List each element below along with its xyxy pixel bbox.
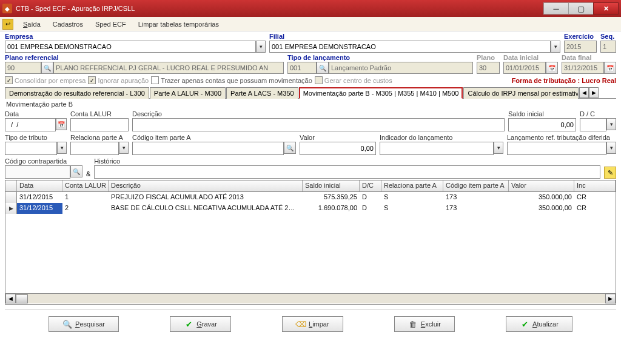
codigo-item-input[interactable] [132,142,284,155]
lanc-ref-dropdown[interactable] [606,142,616,154]
lanc-ref-input[interactable] [507,142,606,155]
codigo-item-search-icon[interactable]: 🔍 [284,142,296,154]
descricao-input[interactable] [132,118,505,131]
seq-input [600,41,616,53]
exercicio-input [564,41,597,53]
dc-input[interactable] [580,118,606,131]
historico-input[interactable] [94,165,600,179]
indicador-label: Indicador do lançamento [380,134,503,141]
refresh-check-icon: ✔ [520,319,529,329]
horizontal-scrollbar[interactable]: ◀ ▶ [5,293,616,303]
plano-ref-search-icon[interactable]: 🔍 [41,62,53,74]
excluir-button[interactable]: 🗑Excluir [394,316,455,332]
minimize-button[interactable]: ─ [543,2,569,15]
relaciona-a-dropdown[interactable] [119,142,129,154]
data-input[interactable] [5,118,56,131]
window-title: CTB - Sped ECF - Apuração IRPJ/CSLL [16,5,544,12]
col-valor[interactable]: Valor [509,180,574,191]
grid-header: Data Conta LALUR Descrição Saldo inicial… [5,180,616,192]
plano-ref-label: Plano referencial [5,54,284,61]
data-label: Data [5,110,67,117]
trash-icon: 🗑 [408,319,418,329]
valor-input[interactable] [300,142,376,155]
scroll-thumb[interactable] [16,294,28,303]
tipo-lanc-code: 001 [287,62,317,74]
titlebar: ◆ CTB - Sped ECF - Apuração IRPJ/CSLL ─ … [0,0,621,17]
saldo-inicial-input[interactable] [508,118,576,131]
col-cod[interactable]: Código item parte A [443,180,509,191]
check-consolidar: ✓Consolidar por empresa [5,76,86,84]
cod-contrapartida-search-icon[interactable]: 🔍 [70,165,82,177]
scroll-right-icon[interactable]: ▶ [605,294,616,303]
tipo-tributo-label: Tipo de tributo [5,134,67,141]
filial-dropdown[interactable] [551,41,560,53]
menu-saida[interactable]: Saída [17,19,47,29]
close-button[interactable]: ✕ [593,2,619,15]
menu-limpar-tabelas[interactable]: Limpar tabelas temporárias [132,19,225,29]
col-saldo[interactable]: Saldo inicial [303,180,360,191]
exercicio-label: Exercício [564,33,597,40]
valor-label: Valor [300,134,376,141]
col-conta[interactable]: Conta LALUR [62,180,109,191]
tab-irpj-mensal[interactable]: Cálculo do IRPJ mensal por estimativas [463,87,579,99]
descricao-label: Descrição [132,110,505,117]
data-inicial-calendar-icon[interactable]: 📅 [546,62,558,74]
ampersand: & [86,170,90,177]
empresa-label: Empresa [5,33,266,40]
limpar-button[interactable]: ⌫Limpar [282,316,343,332]
relaciona-a-label: Relaciona parte A [70,134,129,141]
maximize-button[interactable]: ▢ [568,2,594,15]
col-rel[interactable]: Relaciona parte A [381,180,443,191]
tipo-lanc-search-icon[interactable]: 🔍 [317,62,329,74]
data-final-label: Data final [562,54,616,61]
tab-l300[interactable]: Demonstração do resultado referencial - … [5,87,149,99]
plano-value: 30 [477,62,500,74]
tab-parte-b[interactable]: Movimentação parte B - M305 | M355 | M41… [299,87,463,99]
tab-scroll-right-icon[interactable]: ▶ [589,87,599,98]
exit-icon[interactable]: ↩ [2,19,13,30]
grid-body[interactable]: 31/12/2015 1 PREJUIZO FISCAL ACUMULADO A… [5,192,616,293]
tipo-lanc-desc: Lançamento Padrão [329,62,473,74]
empresa-input[interactable] [5,41,256,53]
empresa-dropdown[interactable] [256,41,266,53]
gravar-button[interactable]: ✔Gravar [170,316,231,332]
col-data[interactable]: Data [17,180,62,191]
tab-m300[interactable]: Parte A LALUR - M300 [150,87,226,99]
dc-dropdown[interactable] [606,118,616,130]
tipo-tributo-input[interactable] [5,142,57,155]
conta-lalur-input[interactable] [70,118,129,131]
indicador-input[interactable] [380,142,494,155]
col-desc[interactable]: Descrição [109,180,303,191]
button-bar: 🔍Pesquisar ✔Gravar ⌫Limpar 🗑Excluir ✔Atu… [5,309,616,338]
menu-cadastros[interactable]: Cadastros [47,19,89,29]
tab-scroll-left-icon[interactable]: ◀ [579,87,589,98]
cod-contrapartida-label: Código contrapartida [5,157,82,165]
edit-historico-icon[interactable]: ✎ [604,167,616,179]
relaciona-a-input[interactable] [70,142,119,155]
filial-input[interactable] [269,41,551,53]
tipo-lanc-label: Tipo de lançamento [287,54,473,61]
check-trazer[interactable]: Trazer apenas contas que possuam movimen… [151,76,312,84]
menubar: ↩ Saída Cadastros Sped ECF Limpar tabela… [0,17,621,31]
pesquisar-button[interactable]: 🔍Pesquisar [49,316,119,332]
filial-label: Filial [269,33,560,40]
tipo-tributo-dropdown[interactable] [57,142,67,154]
dc-label: D / C [580,110,616,117]
grid: Data Conta LALUR Descrição Saldo inicial… [5,180,616,305]
scroll-left-icon[interactable]: ◀ [5,294,16,303]
check-icon: ✔ [184,319,193,329]
fieldset-label: Movimentação parte B [5,101,74,108]
atualizar-button[interactable]: ✔Atualizar [506,316,572,332]
tab-m350[interactable]: Parte A LACS - M350 [226,87,298,99]
indicador-dropdown[interactable] [494,142,503,154]
col-dc[interactable]: D/C [360,180,381,191]
forma-tributacao: Forma de tributação : Lucro Real [512,77,616,84]
table-row[interactable]: 31/12/2015 1 PREJUIZO FISCAL ACUMULADO A… [5,192,616,203]
col-ind[interactable]: Inc [574,180,616,191]
table-row[interactable]: 31/12/2015 2 BASE DE CÁLCULO CSLL NEGATI… [5,203,616,214]
cod-contrapartida-input [5,165,70,179]
plano-ref-code: 90 [5,62,41,74]
data-final-calendar-icon[interactable]: 📅 [604,62,616,74]
menu-sped-ecf[interactable]: Sped ECF [89,19,132,29]
data-calendar-icon[interactable]: 📅 [56,118,67,130]
